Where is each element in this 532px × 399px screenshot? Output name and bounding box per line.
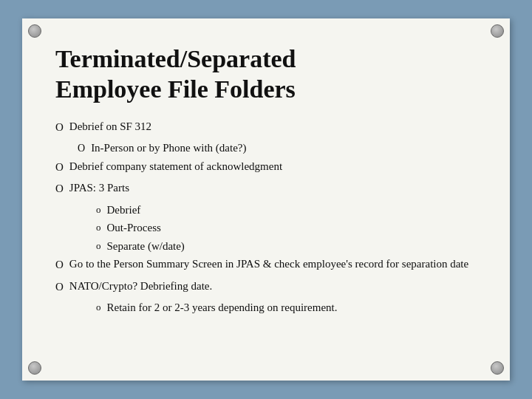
sub-bullet-3-1-symbol: o (96, 202, 101, 217)
sub-bullet-3-3-symbol: o (96, 239, 101, 253)
slide-title: Terminated/Separated Employee File Folde… (55, 44, 477, 105)
sub-bullet-3-3-text: Separate (w/date) (107, 238, 477, 255)
bullet-2-symbol: O (55, 159, 64, 176)
bullet-5-text: NATO/Crypto? Debriefing date. (69, 278, 477, 295)
sub-bullet-1-1-text: In-Person or by Phone with (date?) (91, 140, 477, 157)
sub-bullet-5-1-text: Retain for 2 or 2-3 years depending on r… (107, 299, 477, 316)
slide: Terminated/Separated Employee File Folde… (22, 18, 510, 381)
pin-bottom-right (491, 361, 504, 375)
title-line1: Terminated/Separated (55, 45, 296, 72)
bullet-3-symbol: O (55, 180, 64, 197)
bullet-1: O Debrief on SF 312 (55, 118, 477, 136)
pin-top-right (491, 24, 504, 38)
slide-content: O Debrief on SF 312 O In-Person or by Ph… (55, 118, 477, 316)
sub-bullet-5-1: o Retain for 2 or 2-3 years depending on… (96, 299, 477, 316)
pin-bottom-left (28, 361, 41, 375)
bullet-3: O JPAS: 3 Parts (55, 180, 477, 197)
sub-bullet-3-1-text: Debrief (107, 202, 477, 219)
bullet-1-text: Debrief on SF 312 (69, 118, 477, 135)
bullet-5-symbol: O (55, 279, 64, 296)
bullet-2-text: Debrief company statement of acknowledgm… (69, 158, 477, 175)
sub-bullet-3-1: o Debrief (96, 202, 477, 219)
bullet-4-symbol: O (55, 256, 64, 273)
bullet-2: O Debrief company statement of acknowled… (55, 158, 477, 176)
sub-bullet-3-2-symbol: o (96, 220, 101, 235)
bullet-1-symbol: O (55, 119, 64, 136)
title-line2: Employee File Folders (55, 75, 296, 103)
bullet-4: O Go to the Person Summary Screen in JPA… (55, 256, 477, 273)
sub-bullet-3-3: o Separate (w/date) (96, 238, 477, 255)
sub-bullet-5-1-symbol: o (96, 300, 101, 315)
sub-bullet-3-2: o Out-Process (96, 219, 477, 236)
bullet-4-text: Go to the Person Summary Screen in JPAS … (69, 256, 477, 273)
bullet-3-text: JPAS: 3 Parts (69, 180, 477, 197)
pin-top-left (28, 24, 41, 38)
bullet-5: O NATO/Crypto? Debriefing date. (55, 278, 477, 296)
sub-bullet-1-1: O In-Person or by Phone with (date?) (78, 140, 477, 157)
sub-bullet-3-2-text: Out-Process (107, 219, 477, 236)
sub-bullet-1-1-symbol: O (78, 140, 85, 156)
